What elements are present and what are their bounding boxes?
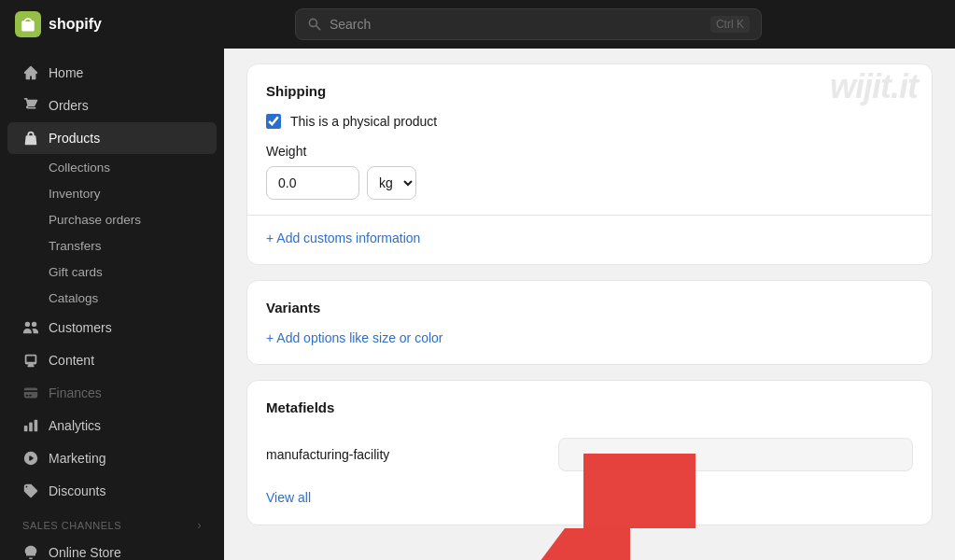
sidebar-item-marketing[interactable]: Marketing	[7, 442, 217, 474]
sidebar-item-gift-cards[interactable]: Gift cards	[7, 259, 217, 285]
shopify-wordmark: shopify	[49, 16, 102, 33]
shipping-card-title: Shipping	[266, 83, 913, 99]
gift-cards-label: Gift cards	[49, 265, 103, 279]
sidebar-item-purchase-orders[interactable]: Purchase orders	[7, 207, 217, 232]
physical-product-row: This is a physical product	[266, 114, 913, 129]
sidebar-customers-label: Customers	[49, 320, 112, 335]
search-icon	[307, 17, 322, 32]
sidebar-item-online-store[interactable]: Online Store	[7, 537, 217, 560]
bag-svg	[20, 16, 36, 33]
weight-unit-select[interactable]: kg lb oz g	[367, 166, 416, 200]
search-shortcut: Ctrl K	[710, 16, 750, 33]
sidebar-item-catalogs[interactable]: Catalogs	[7, 286, 217, 311]
search-placeholder-text: Search	[330, 17, 703, 32]
collections-label: Collections	[49, 161, 110, 175]
metafields-card: Metafields manufacturing-facility View a…	[246, 380, 933, 525]
view-all-link[interactable]: View all	[266, 490, 311, 505]
marketing-icon	[22, 450, 39, 467]
search-bar[interactable]: Search Ctrl K	[295, 8, 762, 40]
sidebar-item-finances[interactable]: Finances	[7, 377, 217, 409]
weight-label: Weight	[266, 144, 913, 159]
sidebar-home-label: Home	[49, 65, 83, 80]
add-options-link[interactable]: + Add options like size or color	[266, 330, 913, 345]
sales-channels-label: Sales channels	[22, 520, 121, 531]
sidebar-item-discounts[interactable]: Discounts	[7, 475, 217, 507]
sidebar-products-label: Products	[49, 131, 100, 146]
add-customs-link[interactable]: + Add customs information	[266, 231, 913, 245]
weight-section: Weight kg lb oz g	[266, 144, 913, 200]
physical-product-label: This is a physical product	[290, 114, 437, 129]
sidebar: Home Orders Products Collections	[0, 49, 224, 560]
metafield-row: manufacturing-facility	[266, 430, 913, 479]
shipping-divider	[247, 215, 932, 216]
physical-product-checkbox[interactable]	[266, 114, 281, 129]
finances-icon	[22, 385, 39, 401]
metafields-card-title: Metafields	[266, 399, 913, 415]
transfers-label: Transfers	[49, 239, 102, 253]
home-icon	[22, 64, 39, 81]
sidebar-orders-label: Orders	[49, 98, 89, 113]
sidebar-item-customers[interactable]: Customers	[7, 312, 217, 343]
sidebar-item-content[interactable]: Content	[7, 344, 217, 376]
metafield-key: manufacturing-facility	[266, 447, 389, 462]
orders-icon	[22, 97, 39, 114]
sidebar-item-inventory[interactable]: Inventory	[7, 181, 217, 206]
sales-channels-section: Sales channels ›	[0, 508, 224, 536]
sidebar-item-collections[interactable]: Collections	[7, 155, 217, 180]
sidebar-discounts-label: Discounts	[49, 483, 105, 498]
metafield-value-box[interactable]	[558, 438, 913, 471]
sidebar-item-orders[interactable]: Orders	[7, 90, 217, 121]
shopify-bag-icon	[15, 11, 41, 37]
purchase-orders-label: Purchase orders	[49, 213, 141, 227]
sidebar-item-home[interactable]: Home	[7, 57, 217, 89]
weight-input[interactable]	[266, 166, 359, 200]
variants-card-title: Variants	[266, 300, 913, 315]
sidebar-item-transfers[interactable]: Transfers	[7, 233, 217, 259]
shopify-logo[interactable]: shopify	[15, 11, 102, 37]
customers-icon	[22, 319, 39, 336]
sidebar-content-label: Content	[49, 353, 94, 368]
sidebar-finances-label: Finances	[49, 385, 102, 400]
catalogs-label: Catalogs	[49, 291, 98, 305]
app-layout: Home Orders Products Collections	[0, 49, 955, 560]
chevron-right-icon: ›	[197, 519, 202, 532]
main-content: wijit.it Shipping This is a physical pro…	[224, 49, 955, 560]
products-icon	[22, 130, 39, 147]
variants-card: Variants + Add options like size or colo…	[246, 280, 933, 365]
analytics-icon	[22, 417, 39, 434]
content-icon	[22, 352, 39, 369]
online-store-icon	[22, 544, 39, 560]
inventory-label: Inventory	[49, 187, 101, 201]
sidebar-analytics-label: Analytics	[49, 418, 101, 433]
shipping-card: Shipping This is a physical product Weig…	[246, 63, 933, 265]
weight-row: kg lb oz g	[266, 166, 913, 200]
sidebar-item-analytics[interactable]: Analytics	[7, 410, 217, 441]
online-store-label: Online Store	[49, 545, 121, 560]
discounts-icon	[22, 483, 39, 499]
sidebar-item-products[interactable]: Products	[7, 122, 217, 154]
sidebar-marketing-label: Marketing	[49, 451, 105, 466]
topbar: shopify Search Ctrl K	[0, 0, 955, 49]
